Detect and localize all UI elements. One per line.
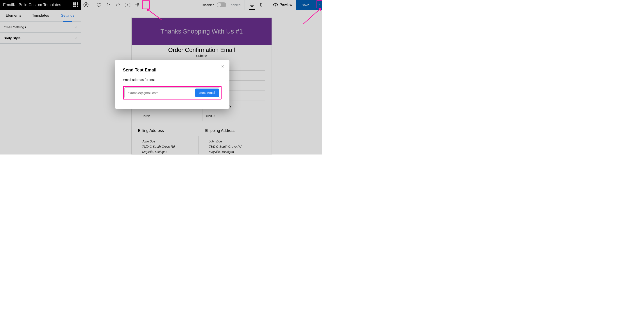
toggle-enabled-label: Enabled [228, 3, 240, 7]
accordion-email-settings[interactable]: Email Settings [0, 22, 81, 33]
billing-address: John Doe 73/D G South Grove Rd Mayville,… [138, 136, 198, 154]
brand-title: EmailKit Build Custom Templates [3, 3, 61, 7]
tab-templates[interactable]: Templates [27, 10, 54, 21]
send-test-email-icon[interactable] [132, 0, 142, 10]
preview-button[interactable]: Preview [269, 0, 296, 10]
svg-point-3 [275, 4, 276, 5]
close-icon[interactable] [221, 64, 224, 68]
top-bar: EmailKit Build Custom Templates [ / ] Di… [0, 0, 322, 10]
shipping-address: John Doe 73/D G South Grove Rd Mayville,… [205, 136, 265, 154]
enable-toggle[interactable] [217, 2, 226, 7]
toggle-disabled-label: Disabled [202, 3, 214, 7]
chevron-up-icon [75, 37, 78, 39]
billing-heading: Billing Address [138, 128, 198, 133]
send-test-email-modal: Send Test Email Email address for test. … [115, 60, 230, 109]
email-input-row: Send Email [124, 87, 220, 98]
side-panel: Elements Templates Settings Email Settin… [0, 10, 81, 154]
redo-icon[interactable] [113, 0, 123, 10]
chevron-down-icon [318, 3, 320, 6]
table-row: Total:$20.00 [138, 111, 265, 121]
side-tabs: Elements Templates Settings [0, 10, 81, 22]
send-email-button[interactable]: Send Email [195, 88, 219, 97]
hero-banner[interactable]: Thanks Shopping With Us #1 [132, 18, 272, 45]
doc-title[interactable]: Order Confirmation Email [132, 47, 272, 53]
doc-subtitle[interactable]: Subtitle [132, 54, 272, 58]
annotation-highlight: Send Email [123, 86, 222, 99]
accordion-body-style[interactable]: Body Style [0, 33, 81, 44]
svg-rect-1 [250, 3, 254, 6]
modal-title: Send Test Email [123, 67, 222, 72]
chevron-up-icon [75, 26, 78, 28]
brand-bar: EmailKit Build Custom Templates [0, 0, 81, 10]
tab-elements[interactable]: Elements [0, 10, 27, 21]
save-button[interactable]: Save [296, 0, 315, 10]
reload-icon[interactable] [94, 0, 104, 10]
save-options-caret[interactable] [315, 0, 322, 10]
modal-label: Email address for test. [123, 78, 222, 81]
shipping-heading: Shipping Address [205, 128, 265, 133]
device-mobile-icon[interactable] [257, 0, 266, 10]
device-switcher [244, 0, 266, 10]
preview-label: Preview [280, 3, 292, 7]
test-email-input[interactable] [128, 89, 195, 97]
wordpress-icon[interactable] [81, 0, 91, 10]
device-desktop-icon[interactable] [248, 0, 257, 10]
apps-grid-icon[interactable] [73, 2, 78, 7]
tab-settings[interactable]: Settings [54, 10, 81, 21]
save-button-group: Save [296, 0, 322, 10]
shortcode-button[interactable]: [ / ] [123, 0, 132, 10]
eye-icon [273, 2, 278, 7]
undo-icon[interactable] [104, 0, 113, 10]
address-section[interactable]: Billing Address John Doe 73/D G South Gr… [138, 128, 265, 154]
